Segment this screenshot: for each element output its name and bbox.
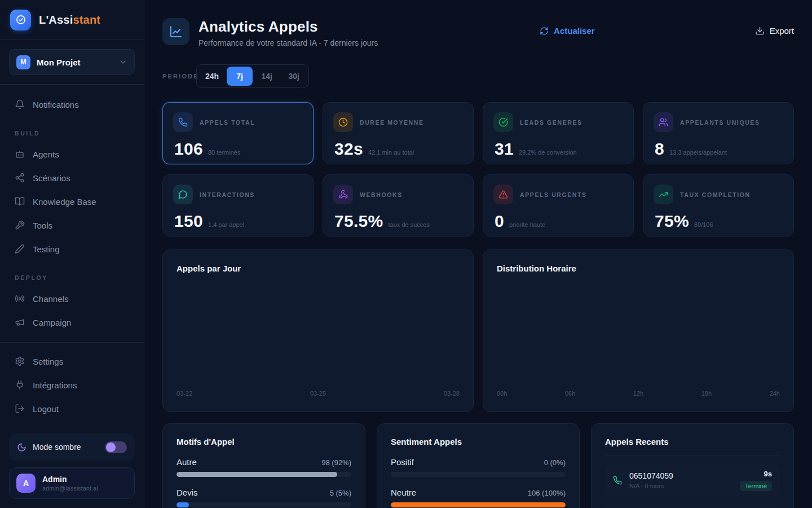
panel-appels-recents: Appels Recents 0651074059 N/A - 0 tours …: [591, 423, 794, 508]
stat-label: APPELS TOTAL: [200, 119, 255, 126]
user-email: admin@lassistant.ai: [42, 485, 98, 492]
stat-label: APPELANTS UNIQUES: [680, 119, 760, 126]
trending-up-icon: [654, 185, 673, 204]
breakdown-value: 98 (92%): [321, 458, 351, 467]
sidebar-item-label: Settings: [33, 357, 63, 366]
period-row: PERIODE 24h 7j 14j 30j: [162, 64, 794, 88]
gear-icon: [15, 356, 25, 366]
stat-card-duree-moyenne[interactable]: DUREE MOYENNE 32s 42.1 min au total: [323, 102, 474, 164]
sidebar-item-notifications[interactable]: Notifications: [9, 93, 135, 116]
progress-track: [391, 502, 566, 507]
period-tab-30j[interactable]: 30j: [281, 67, 307, 86]
chevron-down-icon: [118, 58, 127, 67]
check-circle-icon: [15, 14, 27, 25]
nav-section-deploy: DEPLOY: [15, 274, 129, 281]
stat-sub: taux de succes: [389, 221, 430, 228]
alert-triangle-icon: [493, 185, 513, 204]
sidebar-item-logout[interactable]: Logout: [9, 397, 135, 421]
page-subtitle: Performance de votre standard IA - 7 der…: [198, 38, 378, 47]
stat-value: 0: [495, 212, 504, 231]
x-tick: 03-25: [310, 390, 326, 397]
stat-card-appels-urgents[interactable]: APPELS URGENTS 0 priorite haute: [483, 174, 634, 237]
sidebar-item-settings[interactable]: Settings: [9, 349, 135, 373]
breakdown-label: Positif: [391, 457, 414, 467]
sidebar-item-agents[interactable]: Agents: [9, 142, 135, 166]
user-card[interactable]: A Admin admin@lassistant.ai: [9, 467, 135, 499]
stat-label: WEBHOOKS: [360, 191, 403, 198]
breakdown-label: Autre: [176, 457, 197, 467]
chart-x-axis: 00h 06h 12h 18h 24h: [497, 390, 780, 398]
sidebar-item-label: Intégrations: [33, 380, 77, 390]
chart-plot-area: [176, 273, 460, 390]
x-tick: 24h: [770, 390, 780, 397]
chart-plot-area: [497, 273, 780, 390]
stat-label: INTERACTIONS: [200, 191, 255, 198]
sidebar-item-label: Campaign: [33, 318, 71, 327]
progress-fill: [391, 502, 566, 507]
stat-card-taux-completion[interactable]: TAUX COMPLETION 75% 80/106: [643, 174, 794, 237]
period-tab-24h[interactable]: 24h: [198, 67, 226, 86]
breakdown-value: 5 (5%): [330, 489, 351, 497]
progress-track: [176, 472, 351, 477]
sidebar: L'Assistant M Mon Projet Notifications B…: [0, 0, 144, 508]
period-label: PERIODE: [162, 73, 196, 80]
sidebar-item-integrations[interactable]: Intégrations: [9, 373, 135, 397]
sidebar-item-label: Tools: [33, 221, 52, 230]
stat-value: 8: [655, 139, 664, 159]
bottom-row: Motifs d'Appel Autre 98 (92%) Devis 5 (5…: [162, 423, 794, 508]
sidebar-item-scenarios[interactable]: Scénarios: [9, 166, 135, 190]
stat-card-leads-generes[interactable]: LEADS GENERES 31 29.2% de conversion: [483, 102, 634, 164]
stat-card-webhooks[interactable]: WEBHOOKS 75.5% taux de succes: [323, 174, 474, 237]
user-name: Admin: [42, 475, 98, 484]
toggle-knob: [106, 443, 116, 452]
call-list-item[interactable]: 0651074059 N/A - 0 tours 9s Terminé: [605, 463, 780, 497]
period-tab-7j[interactable]: 7j: [227, 67, 253, 86]
page-title: Analytics Appels: [198, 18, 378, 36]
project-selector[interactable]: M Mon Projet: [9, 49, 135, 75]
check-circle-icon: [493, 112, 513, 132]
stat-value: 75%: [655, 212, 689, 231]
sidebar-item-label: Channels: [33, 294, 68, 304]
breakdown-label: Neutre: [391, 488, 416, 497]
stat-card-appelants-uniques[interactable]: APPELANTS UNIQUES 8 13.3 appels/appelant: [643, 102, 794, 164]
dark-mode-toggle[interactable]: [105, 441, 127, 453]
panel-title: Appels Recents: [605, 437, 780, 446]
megaphone-icon: [15, 317, 25, 327]
panel-title: Motifs d'Appel: [176, 437, 351, 446]
sidebar-item-label: Testing: [33, 244, 60, 254]
sidebar-item-channels[interactable]: Channels: [9, 287, 135, 310]
export-button[interactable]: Export: [755, 26, 794, 36]
stat-sub: priorite haute: [509, 221, 545, 228]
stats-grid: APPELS TOTAL 106 80 terminés DUREE MOYEN…: [162, 102, 794, 237]
chart-title: Distribution Horaire: [497, 264, 780, 273]
page-icon-badge: [162, 18, 189, 45]
breakdown-row: Autre 98 (92%): [176, 457, 351, 477]
sidebar-item-tools[interactable]: Tools: [9, 213, 135, 237]
x-tick: 06h: [565, 390, 575, 397]
refresh-button[interactable]: Actualiser: [540, 26, 595, 36]
plug-icon: [15, 380, 25, 390]
users-icon: [654, 112, 673, 132]
period-tab-14j[interactable]: 14j: [254, 67, 280, 86]
refresh-label: Actualiser: [554, 26, 595, 36]
stat-card-appels-total[interactable]: APPELS TOTAL 106 80 terminés: [162, 102, 314, 164]
call-list-item[interactable]: 0651074059 21s: [605, 505, 780, 508]
export-label: Export: [770, 26, 794, 36]
sidebar-item-campaign[interactable]: Campaign: [9, 310, 135, 334]
stat-value: 106: [174, 139, 203, 159]
progress-track: [176, 502, 351, 507]
app-title-suffix: stant: [73, 14, 100, 26]
dark-mode-label: Mode sombre: [33, 443, 81, 452]
broadcast-icon: [15, 294, 25, 304]
avatar: A: [16, 474, 36, 493]
sidebar-item-knowledge-base[interactable]: Knowledge Base: [9, 190, 135, 213]
sidebar-item-testing[interactable]: Testing: [9, 237, 135, 261]
stat-sub: 80 terminés: [208, 149, 240, 156]
stat-value: 31: [495, 139, 514, 159]
stat-sub: 42.1 min au total: [368, 149, 414, 156]
chart-distribution-horaire: Distribution Horaire 00h 06h 12h 18h 24h: [483, 249, 794, 412]
download-icon: [755, 26, 765, 36]
stat-card-interactions[interactable]: INTERACTIONS 150 1.4 par appel: [162, 174, 314, 237]
sidebar-item-label: Notifications: [33, 100, 79, 110]
stat-sub: 29.2% de conversion: [519, 149, 577, 156]
